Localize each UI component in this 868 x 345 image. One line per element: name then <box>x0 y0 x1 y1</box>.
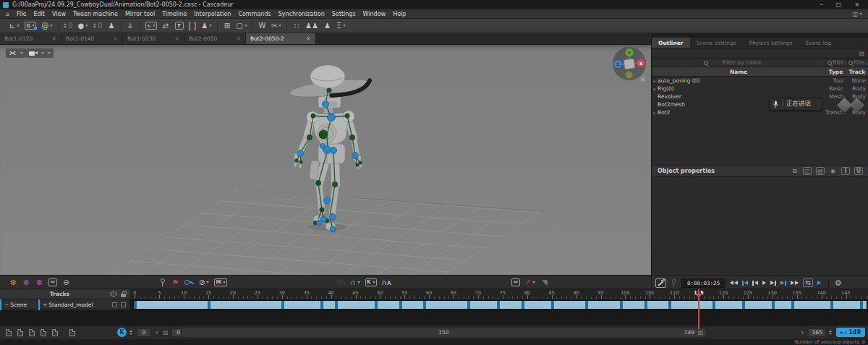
keyframe-marker[interactable] <box>742 301 745 309</box>
physics-gear-violet-icon[interactable]: ⚙ <box>22 277 30 287</box>
track-cell-scene[interactable]: −Scene <box>0 299 38 310</box>
trajectory-path-icon[interactable]: ↱ <box>525 277 535 287</box>
close-tab-icon[interactable]: × <box>236 35 241 42</box>
keyframe-marker[interactable] <box>772 301 775 309</box>
rig-beam-icon[interactable]: Ξ <box>336 21 345 31</box>
menu-file[interactable]: File <box>17 11 26 17</box>
dropdown-arrow-icon[interactable] <box>278 25 281 27</box>
auto-posing-tool-icon[interactable]: @ <box>41 21 53 31</box>
pose-select-tool-icon[interactable]: ⊾ <box>9 21 20 31</box>
animation-mode-icon[interactable]: ♟ <box>202 21 213 31</box>
document-tab[interactable]: Bot1-0230× <box>123 33 184 44</box>
ghost-frames-tool-icon[interactable]: G <box>25 22 36 30</box>
save-track-icon[interactable] <box>29 329 35 336</box>
track-visibility-checkbox[interactable] <box>112 302 117 307</box>
new-track-icon[interactable] <box>6 329 12 336</box>
outliner-row[interactable]: ▸auto_posing (0)ToolNone <box>652 77 868 85</box>
next-keyframe-button[interactable] <box>780 281 786 286</box>
size-stepper[interactable]: 0 <box>93 21 102 31</box>
loops-stepper[interactable] <box>129 330 132 335</box>
track-cell-standard-model[interactable]: +Standard_model <box>38 299 130 310</box>
outliner-row[interactable]: Bot2mesh <box>652 101 868 108</box>
track-area[interactable] <box>130 299 868 310</box>
tracks-visibility-icon[interactable] <box>110 291 117 297</box>
two-characters-icon[interactable]: ♟♟ <box>305 21 318 31</box>
open-track-icon[interactable] <box>17 329 23 336</box>
document-tab[interactable]: Bot2-0050× <box>184 33 246 44</box>
keyframe-marker[interactable] <box>585 301 588 309</box>
brackets-icon[interactable]: [ ] <box>189 21 197 31</box>
wire-curves-icon[interactable]: W <box>258 21 266 31</box>
interval-curve-icon[interactable]: ∿ <box>145 22 157 30</box>
maximize-button[interactable]: ▢ <box>836 1 842 8</box>
point-controller-icon[interactable]: ● <box>78 21 89 31</box>
ghost-trail-icon[interactable]: ∵∴ <box>336 277 346 287</box>
units-mode-icon[interactable]: U <box>854 167 863 175</box>
home-icon[interactable]: ⌂ <box>6 11 9 17</box>
keyframe-k-badge[interactable]: K <box>117 328 127 337</box>
menu-tween-machine[interactable]: Tween machine <box>73 11 118 17</box>
info-mode-icon[interactable]: I <box>841 167 850 175</box>
keyframe-marker[interactable] <box>830 301 833 309</box>
panel-tab-scene-settings[interactable]: Scene settings <box>690 38 743 48</box>
export-track-icon[interactable] <box>69 329 75 336</box>
expand-arrow-icon[interactable]: ▸ <box>652 110 658 115</box>
panel-tab-event-log[interactable]: Event log <box>799 38 838 48</box>
playhead[interactable] <box>698 289 699 329</box>
stretch-interval-icon[interactable]: ↔ <box>48 278 57 286</box>
play-from-start-button[interactable] <box>817 281 821 285</box>
keyframe-marker[interactable] <box>551 301 554 309</box>
joint-cut-icon[interactable]: ✂ <box>271 21 281 31</box>
fast-forward-button[interactable] <box>791 281 799 285</box>
column-name[interactable]: Name <box>652 69 825 75</box>
keyframe-marker[interactable] <box>497 301 500 309</box>
list-view-icon[interactable]: ▤ <box>816 167 825 175</box>
clear-keyframe-icon[interactable]: ⊘ <box>199 277 209 287</box>
timeline-ruler[interactable]: 0510152025303540455055606570758085909510… <box>130 289 868 299</box>
close-button[interactable]: × <box>854 1 859 8</box>
key-mode-icon[interactable]: K <box>365 278 376 286</box>
auto-arc-icon[interactable]: ∩ᴀ <box>382 277 391 287</box>
viewport-3d[interactable]: Y X Z <box>0 45 651 275</box>
panel-tab-outliner[interactable]: Outliner <box>652 38 690 48</box>
outliner-row[interactable]: RevolverMeshBody <box>652 93 868 101</box>
frame-count-stepper[interactable]: 0 <box>64 21 72 31</box>
text-box-icon[interactable]: T <box>175 22 184 30</box>
keyframe-marker[interactable] <box>134 301 137 309</box>
outliner-row[interactable]: ▸Bot2Transf...Body <box>652 108 868 116</box>
pin-keyframe-icon[interactable] <box>158 277 166 287</box>
character-bust-icon[interactable]: ♟ <box>108 21 116 31</box>
footstep-icon[interactable]: ∷ <box>292 21 300 31</box>
next-frame-button[interactable] <box>770 281 776 286</box>
camera-tool-button[interactable] <box>26 48 54 58</box>
close-tab-icon[interactable]: × <box>113 35 118 42</box>
layers-icon[interactable]: ▤ <box>163 329 169 336</box>
view-gizmo[interactable]: Y X Z <box>612 46 647 82</box>
menu-window[interactable]: Window <box>363 11 386 17</box>
menu-interpolation[interactable]: Interpolation <box>194 11 231 17</box>
panel-menu-icon[interactable]: ▤ <box>859 50 864 56</box>
ik-mode-icon[interactable]: IK <box>214 278 227 286</box>
menu-settings[interactable]: Settings <box>332 11 356 17</box>
interpolation-edit-icon[interactable]: ⇄ <box>162 21 170 31</box>
document-tab[interactable]: Bot1-0140× <box>61 33 123 44</box>
keyframe-marker[interactable] <box>320 301 323 309</box>
keyframe-marker[interactable] <box>281 301 284 309</box>
collapse-panel-icon[interactable]: ⊟ <box>791 167 799 175</box>
physics-gear-magenta-icon[interactable]: ⚙ <box>35 277 43 287</box>
step-forward-arrow[interactable]: › <box>799 328 805 336</box>
previous-keyframe-button[interactable] <box>742 281 748 286</box>
close-tab-icon[interactable]: × <box>174 35 179 42</box>
close-tab-icon[interactable]: × <box>51 35 56 42</box>
physics-gear-orange-icon[interactable]: ⚙ <box>9 277 17 287</box>
keyframe-marker[interactable] <box>335 301 338 309</box>
menu-commands[interactable]: Commands <box>238 11 271 17</box>
menu-synchronization[interactable]: Synchronization <box>278 11 325 17</box>
document-tab[interactable]: Bot1-0120× <box>0 33 61 44</box>
dropdown-arrow-icon[interactable] <box>50 25 53 27</box>
tracks-lock-icon[interactable] <box>121 291 127 297</box>
end-frame-stepper[interactable] <box>829 330 832 335</box>
interval-box-icon[interactable]: ↔ <box>511 278 520 286</box>
cut-tool-button[interactable] <box>6 48 26 58</box>
keyframe-marker[interactable] <box>791 301 794 309</box>
